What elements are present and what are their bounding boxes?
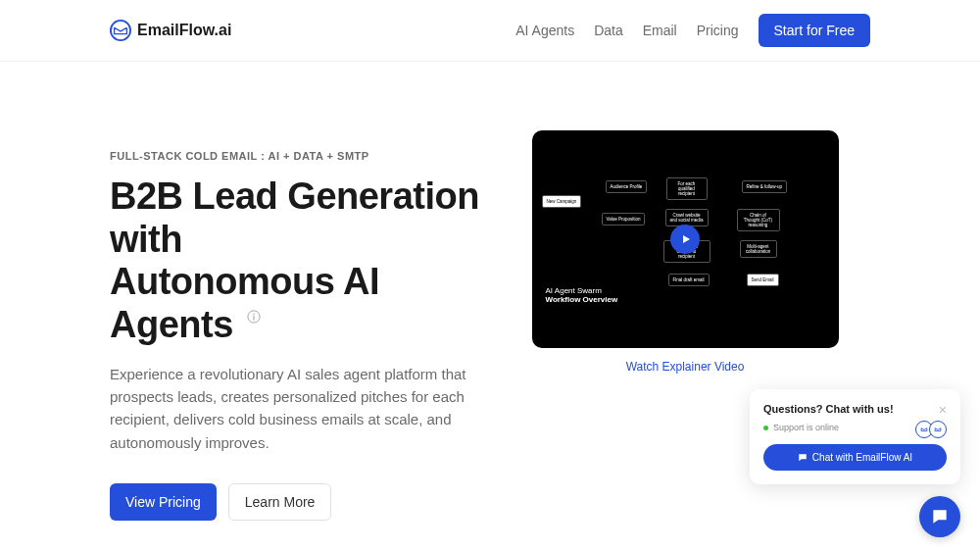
logo[interactable]: EmailFlow.ai bbox=[110, 20, 231, 41]
video-subtitle: AI Agent Swarm bbox=[546, 286, 618, 295]
nav-pricing[interactable]: Pricing bbox=[697, 23, 739, 38]
header: EmailFlow.ai AI Agents Data Email Pricin… bbox=[0, 0, 980, 62]
chat-icon bbox=[930, 507, 950, 526]
title-line-2: Autonomous AI Agents bbox=[110, 261, 379, 345]
logo-text: EmailFlow.ai bbox=[137, 22, 231, 39]
status-text: Support is online bbox=[773, 423, 839, 432]
chat-fab[interactable] bbox=[919, 496, 960, 537]
node-new-campaign: New Campaign bbox=[542, 195, 582, 208]
chat-widget: Questions? Chat with us! × Support is on… bbox=[750, 389, 960, 484]
close-icon[interactable]: × bbox=[939, 403, 947, 417]
play-button[interactable] bbox=[670, 225, 700, 254]
title-line-1: B2B Lead Generation with bbox=[110, 175, 479, 260]
video-thumbnail[interactable]: New Campaign Audience Profile Value Prop… bbox=[532, 130, 839, 348]
node-multi: Multi-agent collaboration bbox=[740, 240, 777, 258]
node-value-prop: Value Proposition bbox=[602, 213, 646, 225]
nav-email[interactable]: Email bbox=[643, 23, 677, 38]
chat-button-label: Chat with EmailFlow AI bbox=[812, 452, 912, 463]
chat-button[interactable]: Chat with EmailFlow AI bbox=[763, 444, 947, 471]
logo-icon bbox=[110, 20, 131, 41]
hero-content: FULL-STACK COLD EMAIL : AI + DATA + SMTP… bbox=[110, 150, 480, 521]
svg-rect-3 bbox=[253, 317, 254, 321]
node-audience: Audience Profile bbox=[606, 180, 648, 193]
nav: AI Agents Data Email Pricing Start for F… bbox=[515, 14, 870, 47]
page-title: B2B Lead Generation with Autonomous AI A… bbox=[110, 175, 480, 347]
nav-data[interactable]: Data bbox=[594, 23, 623, 38]
info-icon[interactable] bbox=[247, 310, 261, 324]
chat-header: Questions? Chat with us! × bbox=[763, 403, 947, 417]
start-free-button[interactable]: Start for Free bbox=[759, 14, 870, 47]
node-final: Final draft email bbox=[668, 274, 710, 286]
view-pricing-button[interactable]: View Pricing bbox=[110, 483, 217, 521]
description: Experience a revolutionary AI sales agen… bbox=[110, 363, 480, 454]
status-dot-icon bbox=[763, 426, 768, 430]
chat-avatars bbox=[919, 421, 947, 438]
avatar-icon bbox=[929, 421, 947, 438]
eyebrow: FULL-STACK COLD EMAIL : AI + DATA + SMTP bbox=[110, 150, 480, 162]
learn-more-button[interactable]: Learn More bbox=[228, 483, 332, 521]
node-refine: Refine & follow-up bbox=[742, 180, 788, 193]
video-title: Workflow Overview bbox=[546, 295, 618, 304]
node-send: Send Email bbox=[747, 274, 779, 286]
svg-point-2 bbox=[253, 314, 254, 315]
video-caption: AI Agent Swarm Workflow Overview bbox=[546, 286, 618, 304]
node-cot: Chain of Thought (CoT) reasoning bbox=[737, 209, 780, 231]
chat-bubble-icon bbox=[798, 453, 808, 463]
chat-title: Questions? Chat with us! bbox=[763, 403, 894, 415]
node-qualified: For each qualified recipient bbox=[666, 177, 708, 200]
watch-video-link[interactable]: Watch Explainer Video bbox=[626, 360, 745, 374]
nav-ai-agents[interactable]: AI Agents bbox=[515, 23, 574, 38]
hero-buttons: View Pricing Learn More bbox=[110, 483, 480, 521]
